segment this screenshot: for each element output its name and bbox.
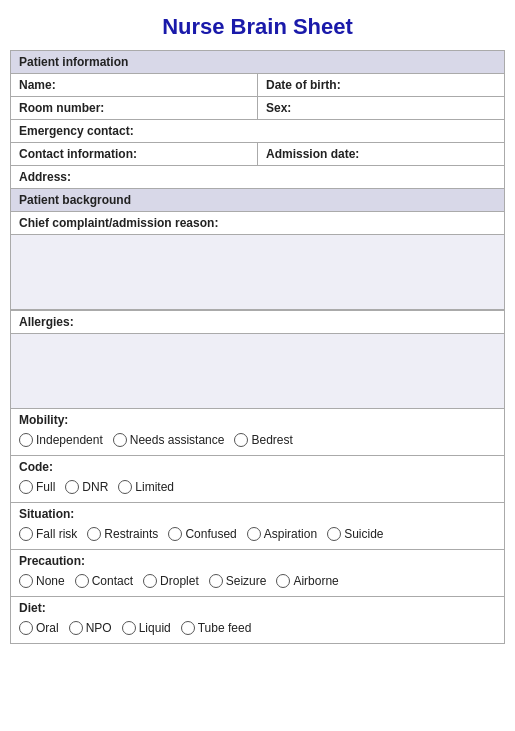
radio-circle — [143, 574, 157, 588]
precaution-label: Precaution: — [19, 554, 496, 568]
mobility-needs-assistance[interactable]: Needs assistance — [113, 433, 225, 447]
diet-npo[interactable]: NPO — [69, 621, 112, 635]
code-dnr-label: DNR — [82, 480, 108, 494]
radio-circle — [19, 527, 33, 541]
precaution-contact[interactable]: Contact — [75, 574, 133, 588]
diet-radio-group: Oral NPO Liquid Tube feed — [19, 619, 496, 637]
radio-circle — [181, 621, 195, 635]
address-label: Address: — [19, 170, 71, 184]
precaution-none[interactable]: None — [19, 574, 65, 588]
mobility-label: Mobility: — [19, 413, 496, 427]
emergency-cell: Emergency contact: — [11, 120, 504, 142]
mobility-independent-label: Independent — [36, 433, 103, 447]
radio-circle — [168, 527, 182, 541]
radio-circle — [118, 480, 132, 494]
contact-cell: Contact information: — [11, 143, 258, 165]
emergency-row: Emergency contact: — [11, 120, 504, 143]
diet-oral[interactable]: Oral — [19, 621, 59, 635]
admission-label: Admission date: — [266, 147, 359, 161]
admission-cell: Admission date: — [258, 143, 504, 165]
code-limited[interactable]: Limited — [118, 480, 174, 494]
diet-oral-label: Oral — [36, 621, 59, 635]
room-label: Room number: — [19, 101, 104, 115]
mobility-needs-assistance-label: Needs assistance — [130, 433, 225, 447]
mobility-bedrest[interactable]: Bedrest — [234, 433, 292, 447]
radio-circle — [209, 574, 223, 588]
precaution-droplet-label: Droplet — [160, 574, 199, 588]
radio-circle — [247, 527, 261, 541]
situation-radio-group: Fall risk Restraints Confused Aspiration… — [19, 525, 496, 543]
precaution-contact-label: Contact — [92, 574, 133, 588]
room-cell: Room number: — [11, 97, 258, 119]
radio-circle — [75, 574, 89, 588]
situation-confused[interactable]: Confused — [168, 527, 236, 541]
diet-npo-label: NPO — [86, 621, 112, 635]
situation-label: Situation: — [19, 507, 496, 521]
code-dnr[interactable]: DNR — [65, 480, 108, 494]
situation-confused-label: Confused — [185, 527, 236, 541]
diet-liquid[interactable]: Liquid — [122, 621, 171, 635]
contact-label: Contact information: — [19, 147, 137, 161]
situation-aspiration-label: Aspiration — [264, 527, 317, 541]
dob-cell: Date of birth: — [258, 74, 504, 96]
code-radio-group: Full DNR Limited — [19, 478, 496, 496]
mobility-radio-group: Independent Needs assistance Bedrest — [19, 431, 496, 449]
dob-label: Date of birth: — [266, 78, 341, 92]
code-section: Code: Full DNR Limited — [11, 456, 504, 503]
code-label: Code: — [19, 460, 496, 474]
precaution-seizure-label: Seizure — [226, 574, 267, 588]
situation-restraints-label: Restraints — [104, 527, 158, 541]
precaution-radio-group: None Contact Droplet Seizure Airborne — [19, 572, 496, 590]
situation-fall-risk-label: Fall risk — [36, 527, 77, 541]
diet-section: Diet: Oral NPO Liquid Tube feed — [11, 597, 504, 643]
sex-label: Sex: — [266, 101, 291, 115]
radio-circle — [327, 527, 341, 541]
situation-suicide-label: Suicide — [344, 527, 383, 541]
contact-admission-row: Contact information: Admission date: — [11, 143, 504, 166]
patient-info-header: Patient information — [11, 51, 504, 74]
allergies-label-cell: Allergies: — [11, 311, 504, 333]
radio-circle — [19, 480, 33, 494]
precaution-airborne-label: Airborne — [293, 574, 338, 588]
radio-circle — [276, 574, 290, 588]
radio-circle — [122, 621, 136, 635]
name-label: Name: — [19, 78, 56, 92]
situation-restraints[interactable]: Restraints — [87, 527, 158, 541]
precaution-airborne[interactable]: Airborne — [276, 574, 338, 588]
radio-circle — [19, 433, 33, 447]
radio-circle — [69, 621, 83, 635]
situation-suicide[interactable]: Suicide — [327, 527, 383, 541]
radio-circle — [87, 527, 101, 541]
mobility-bedrest-label: Bedrest — [251, 433, 292, 447]
situation-aspiration[interactable]: Aspiration — [247, 527, 317, 541]
sex-cell: Sex: — [258, 97, 504, 119]
emergency-label: Emergency contact: — [19, 124, 134, 138]
patient-background-header: Patient background — [11, 189, 504, 212]
mobility-independent[interactable]: Independent — [19, 433, 103, 447]
name-dob-row: Name: Date of birth: — [11, 74, 504, 97]
radio-circle — [19, 574, 33, 588]
chief-complaint-label-row: Chief complaint/admission reason: — [11, 212, 504, 235]
allergies-label: Allergies: — [19, 315, 74, 329]
diet-tube-feed-label: Tube feed — [198, 621, 252, 635]
situation-fall-risk[interactable]: Fall risk — [19, 527, 77, 541]
allergies-textarea[interactable] — [11, 334, 504, 409]
diet-tube-feed[interactable]: Tube feed — [181, 621, 252, 635]
room-sex-row: Room number: Sex: — [11, 97, 504, 120]
radio-circle — [19, 621, 33, 635]
radio-circle — [234, 433, 248, 447]
radio-circle — [113, 433, 127, 447]
mobility-section: Mobility: Independent Needs assistance B… — [11, 409, 504, 456]
code-full[interactable]: Full — [19, 480, 55, 494]
precaution-seizure[interactable]: Seizure — [209, 574, 267, 588]
allergies-label-row: Allergies: — [11, 310, 504, 334]
chief-complaint-label: Chief complaint/admission reason: — [19, 216, 218, 230]
code-limited-label: Limited — [135, 480, 174, 494]
code-full-label: Full — [36, 480, 55, 494]
chief-complaint-textarea[interactable] — [11, 235, 504, 310]
precaution-section: Precaution: None Contact Droplet Seizure… — [11, 550, 504, 597]
form-wrapper: Patient information Name: Date of birth:… — [10, 50, 505, 644]
situation-section: Situation: Fall risk Restraints Confused… — [11, 503, 504, 550]
precaution-droplet[interactable]: Droplet — [143, 574, 199, 588]
name-cell: Name: — [11, 74, 258, 96]
